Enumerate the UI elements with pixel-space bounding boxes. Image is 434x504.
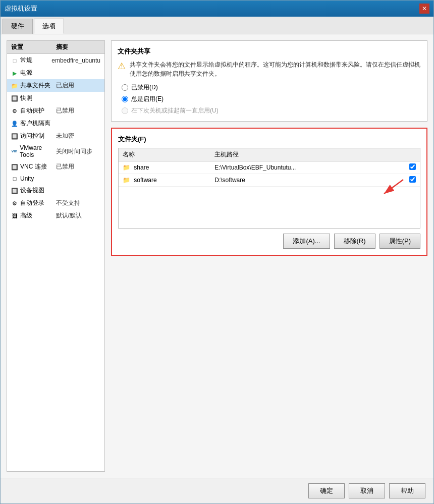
sidebar-item-autoprot[interactable]: ⚙ 自动保护 已禁用 (7, 104, 104, 117)
sidebar-item-isolation[interactable]: 👤 客户机隔离 (7, 117, 104, 130)
radio-always-label[interactable]: 总是启用(E) (131, 95, 164, 103)
sidebar-item-device-view[interactable]: 🔲 设备视图 (7, 184, 104, 197)
sidebar-item-device-label: 设备视图 (20, 186, 44, 195)
tabs-bar: 硬件 选项 (1, 17, 433, 34)
add-button[interactable]: 添加(A)... (283, 234, 330, 249)
sidebar-item-vmware-tools[interactable]: vm VMware Tools 关闭时间同步 (7, 142, 104, 160)
sidebar-item-vnc-label: VNC 连接 (20, 162, 47, 171)
sidebar-item-unity[interactable]: □ Unity (7, 173, 104, 184)
sidebar-item-shared-folders[interactable]: 📁 共享文件夹 已启用 (7, 79, 104, 92)
sidebar-item-access-label: 访问控制 (20, 132, 44, 140)
sidebar-item-access-value: 未加密 (56, 132, 101, 140)
snapshot-icon: 🔲 (11, 95, 18, 102)
col-name: 名称 (119, 148, 210, 161)
right-panel: 文件夹共享 ⚠ 共享文件夹会将您的文件显示给虚拟机中的程序。这可能为您的计算机和… (111, 40, 427, 472)
col-checkbox (405, 148, 420, 161)
cancel-button[interactable]: 取消 (349, 483, 385, 498)
main-content: 设置 摘要 □ 常规 embedfire_ubuntu ▶ 电源 (1, 34, 433, 478)
radio-until-off-label: 在下次关机或挂起前一直启用(U) (131, 106, 219, 115)
sidebar-item-vmware-value: 关闭时间同步 (56, 147, 101, 156)
radio-disabled-label[interactable]: 已禁用(D) (131, 83, 158, 92)
sidebar-col-summary: 摘要 (56, 43, 101, 51)
folder-row-icon-share: 📁 (123, 164, 130, 171)
folder-checkbox-share[interactable] (409, 163, 416, 170)
vnc-icon: 🔲 (11, 163, 18, 171)
sidebar-item-power-label: 电源 (20, 69, 32, 77)
radio-always-row: 总是启用(E) (122, 95, 421, 103)
table-row[interactable]: 📁 share E:\VirtualBox\EBF_Ubuntutu... (119, 161, 420, 174)
sidebar-item-general[interactable]: □ 常规 embedfire_ubuntu (7, 54, 104, 67)
folder-row-icon-software: 📁 (123, 177, 130, 184)
sidebar-item-snapshot[interactable]: 🔲 快照 (7, 92, 104, 104)
sidebar-header: 设置 摘要 (7, 41, 104, 54)
sidebar-item-snapshot-label: 快照 (20, 94, 32, 102)
sidebar-item-unity-label: Unity (20, 175, 34, 182)
properties-button[interactable]: 属性(P) (379, 234, 420, 249)
radio-group: 已禁用(D) 总是启用(E) 在下次关机或挂起前一直启用(U) (118, 83, 421, 115)
sidebar-item-power[interactable]: ▶ 电源 (7, 67, 104, 79)
remove-button[interactable]: 移除(R) (334, 234, 375, 249)
sidebar: 设置 摘要 □ 常规 embedfire_ubuntu ▶ 电源 (7, 40, 105, 472)
warning-row: ⚠ 共享文件夹会将您的文件显示给虚拟机中的程序。这可能为您的计算机和数据带来风险… (118, 60, 421, 78)
sidebar-item-autoprot-label: 自动保护 (20, 106, 44, 115)
radio-until-off[interactable] (122, 107, 128, 114)
folder-name-software: software (134, 177, 156, 184)
autoprot-icon: ⚙ (11, 107, 18, 115)
autologin-icon: ⚙ (11, 200, 18, 207)
sidebar-item-autologin-label: 自动登录 (20, 199, 44, 207)
ok-button[interactable]: 确定 (308, 483, 345, 498)
sidebar-item-advanced-label: 高级 (20, 211, 32, 220)
sidebar-item-shared-value: 已启用 (56, 81, 101, 90)
power-icon: ▶ (11, 70, 18, 77)
tab-hardware[interactable]: 硬件 (3, 19, 33, 34)
radio-disabled-row: 已禁用(D) (122, 83, 421, 92)
folder-path-software: D:\software (210, 174, 405, 187)
sidebar-item-vnc-value: 已禁用 (56, 162, 101, 171)
general-icon: □ (11, 57, 18, 64)
sidebar-item-autoprot-value: 已禁用 (56, 106, 101, 115)
folder-section-title: 文件夹(F) (118, 135, 420, 144)
unity-icon: □ (11, 175, 18, 182)
tab-options[interactable]: 选项 (34, 19, 64, 34)
sidebar-item-advanced[interactable]: 🖼 高级 默认/默认 (7, 209, 104, 222)
warning-icon: ⚠ (118, 61, 126, 78)
radio-always[interactable] (122, 96, 128, 102)
info-section-title: 文件夹共享 (118, 47, 421, 56)
bottom-bar: 确定 取消 帮助 (1, 478, 433, 503)
folder-checkbox-software[interactable] (409, 176, 416, 183)
vmware-tools-icon: vm (11, 148, 18, 155)
sidebar-item-shared-label: 共享文件夹 (20, 81, 50, 90)
sidebar-item-access[interactable]: 🔲 访问控制 未加密 (7, 130, 104, 142)
table-row[interactable]: 📁 software D:\software (119, 174, 420, 187)
device-view-icon: 🔲 (11, 187, 18, 194)
help-button[interactable]: 帮助 (389, 483, 425, 498)
shared-folder-icon: 📁 (11, 82, 18, 89)
folder-table: 名称 主机路径 📁 share (119, 148, 420, 187)
access-icon: 🔲 (11, 133, 18, 140)
radio-disabled[interactable] (122, 84, 128, 91)
col-path: 主机路径 (210, 148, 405, 161)
folder-path-share: E:\VirtualBox\EBF_Ubuntutu... (210, 161, 405, 174)
sidebar-item-vnc[interactable]: 🔲 VNC 连接 已禁用 (7, 160, 104, 173)
sidebar-item-autologin-value: 不受支持 (56, 199, 101, 207)
sidebar-item-vmware-label: VMware Tools (20, 144, 56, 158)
buttons-row: 添加(A)... 移除(R) 属性(P) (118, 234, 420, 249)
sidebar-item-isolation-label: 客户机隔离 (20, 119, 50, 128)
radio-until-off-row: 在下次关机或挂起前一直启用(U) (122, 106, 421, 115)
sidebar-item-general-label: 常规 (20, 56, 32, 65)
folder-table-wrap: 名称 主机路径 📁 share (118, 148, 420, 229)
table-header-row: 名称 主机路径 (119, 148, 420, 161)
main-window: 虚拟机设置 ✕ 硬件 选项 设置 摘要 □ 常规 embedfire_ubunt… (0, 0, 434, 504)
isolation-icon: 👤 (11, 120, 18, 127)
info-section: 文件夹共享 ⚠ 共享文件夹会将您的文件显示给虚拟机中的程序。这可能为您的计算机和… (111, 40, 427, 122)
sidebar-item-advanced-value: 默认/默认 (56, 211, 101, 220)
sidebar-item-autologin[interactable]: ⚙ 自动登录 不受支持 (7, 197, 104, 209)
folder-section: 文件夹(F) 名称 主机路径 (111, 128, 427, 256)
warning-text: 共享文件夹会将您的文件显示给虚拟机中的程序。这可能为您的计算机和数据带来风险。请… (130, 60, 421, 78)
sidebar-item-general-value: embedfire_ubuntu (51, 57, 100, 64)
advanced-icon: 🖼 (11, 212, 18, 219)
folder-name-share: share (134, 164, 149, 171)
title-controls: ✕ (419, 4, 429, 14)
window-title: 虚拟机设置 (5, 4, 37, 13)
close-button[interactable]: ✕ (419, 4, 429, 14)
